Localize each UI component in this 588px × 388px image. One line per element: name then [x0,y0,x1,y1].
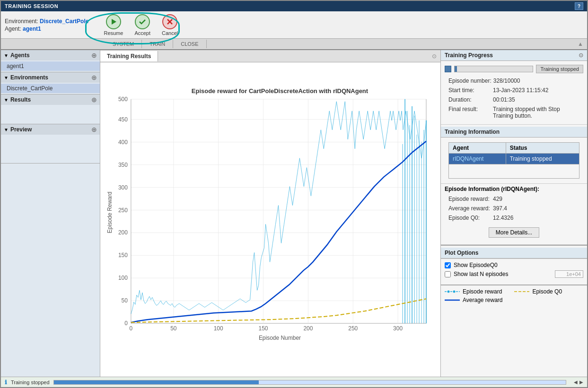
episode-number-row: Episode number: 328/10000 [445,76,583,86]
collapse-icon[interactable]: ▲ [578,41,587,47]
more-details-button[interactable]: More Details... [489,227,539,238]
main-window: TRAINING SESSION ? Environment: Discrete… [0,0,588,388]
training-stopped-button[interactable]: Training stopped [536,65,583,73]
chart-title: Episode reward for CartPoleDiscreteActio… [192,87,369,95]
training-information-header: Training Information [441,127,587,138]
episode-q0-label: Episode Q0: [448,215,491,221]
nav-tab-system[interactable]: SYSTEM [105,40,142,48]
results-add-icon[interactable]: ⊕ [91,96,97,103]
svg-text:400: 400 [118,139,128,146]
toolbar: Environment: Discrete_CartPole Agent: ag… [1,11,587,39]
envs-chevron: ▼ [4,75,9,80]
training-progress-options[interactable]: ⊙ [579,52,583,59]
svg-text:50: 50 [122,297,128,304]
env-agent-info: Environment: Discrete_CartPole Agent: ag… [5,18,88,32]
svg-text:150: 150 [118,252,128,259]
accept-button[interactable]: Accept [131,12,154,38]
status-col-header: Status [506,143,579,154]
preview-section: ▼Preview ⊕ [1,124,100,164]
show-last-n-row: Show last N episodes [445,270,583,278]
svg-text:200: 200 [118,229,128,236]
agent-cell-0: rIDQNAgent [449,154,506,164]
env-item-0[interactable]: Discrete_CartPole [1,84,100,93]
svg-text:200: 200 [303,325,313,332]
title-bar: TRAINING SESSION ? [1,1,587,11]
svg-text:150: 150 [259,325,268,332]
play-icon [106,14,121,29]
show-episodeq0-checkbox[interactable] [445,262,451,268]
svg-text:Episode Number: Episode Number [259,335,301,341]
episode-reward-value: 429 [493,196,502,202]
legend-area: Episode reward Episode Q0 Average reward [441,285,587,306]
svg-text:100: 100 [214,325,223,332]
progress-area: Training stopped Episode number: 328/100… [441,61,587,125]
resume-button[interactable]: Resume [100,12,127,38]
results-header[interactable]: ▼Results ⊕ [1,95,100,105]
status-progress-fill [54,380,259,384]
tab-options-icon[interactable]: ⊙ [432,53,440,60]
status-progress-bar [53,380,566,385]
svg-text:250: 250 [348,325,358,332]
agent-item-0[interactable]: agent1 [1,61,100,71]
training-info-empty-row [449,164,579,179]
status-bar: ℹ Training stopped ◀ ▶ [1,377,587,387]
more-details-container: More Details... [445,223,583,242]
final-result-label: Final result: [448,106,491,112]
start-time-label: Start time: [448,87,491,94]
scroll-left-arrow[interactable]: ◀ [574,379,578,385]
scroll-right-arrow[interactable]: ▶ [579,379,583,385]
agents-section: ▼Agents ⊕ agent1 [1,50,100,72]
results-chevron: ▼ [4,97,9,103]
progress-bar-track [454,66,533,72]
nav-tab-train[interactable]: TRAIN [142,40,173,48]
show-episodeq0-row: Show EpisodeQ0 [445,262,583,268]
final-result-value: Training stopped with Stop Training butt… [493,106,579,119]
duration-label: Duration: [448,96,491,103]
svg-text:300: 300 [118,184,128,191]
agents-add-icon[interactable]: ⊕ [91,52,97,59]
final-result-row: Final result: Training stopped with Stop… [445,104,583,121]
episode-q0-value: 12.4326 [493,215,513,221]
episode-reward-label: Episode reward: [448,196,491,202]
episode-q0-row: Episode Q0: 12.4326 [445,213,583,223]
n-episodes-input[interactable] [555,270,583,278]
legend-average-reward-icon [445,298,460,302]
preview-add-icon[interactable]: ⊕ [91,126,97,133]
environments-header[interactable]: ▼Environments ⊕ [1,72,100,83]
episode-info-title: Episode Information (rIDQNAgent): [445,186,583,192]
chart-area: Episode reward for CartPoleDiscreteActio… [100,62,440,377]
episode-info-section: Episode Information (rIDQNAgent): Episod… [441,183,587,245]
show-last-n-checkbox[interactable] [445,271,451,277]
training-info-row-0[interactable]: rIDQNAgent Training stopped [449,154,579,164]
start-time-row: Start time: 13-Jan-2023 11:15:42 [445,86,583,95]
svg-text:500: 500 [118,96,128,103]
results-section: ▼Results ⊕ [1,95,100,124]
agents-header[interactable]: ▼Agents ⊕ [1,50,100,60]
episode-number-value: 328/10000 [493,78,520,84]
plot-options-title: Plot Options [445,250,478,256]
envs-add-icon[interactable]: ⊕ [91,74,97,81]
window-title: TRAINING SESSION [5,3,58,9]
left-panel: ▼Agents ⊕ agent1 ▼Environments ⊕ Discr [1,50,100,377]
svg-text:250: 250 [118,207,128,214]
progress-bar-row: Training stopped [445,65,583,73]
legend-episode-reward-icon [445,289,460,294]
svg-text:350: 350 [118,162,128,168]
nav-tab-close[interactable]: CLOSE [173,40,206,48]
status-text: Training stopped [11,379,50,385]
progress-indicator [445,66,451,72]
envs-content: Discrete_CartPole [1,83,100,94]
training-info-table-container: Agent Status rIDQNAgent Training stopped [441,138,587,183]
show-episodeq0-label[interactable]: Show EpisodeQ0 [454,262,498,268]
preview-header[interactable]: ▼Preview ⊕ [1,124,100,135]
cancel-button[interactable]: Cancel [158,12,182,38]
svg-text:0: 0 [124,320,128,327]
environments-section: ▼Environments ⊕ Discrete_CartPole [1,72,100,95]
plot-options-border: Plot Options Show EpisodeQ0 Show last N … [441,245,587,283]
tab-bar: Training Results ⊙ [100,50,440,62]
average-reward-value: 397.4 [493,205,507,212]
center-panel: Training Results ⊙ Episode reward for Ca… [100,50,440,377]
tab-training-results[interactable]: Training Results [100,51,158,61]
help-button[interactable]: ? [575,2,583,10]
show-last-n-label[interactable]: Show last N episodes [454,271,508,277]
